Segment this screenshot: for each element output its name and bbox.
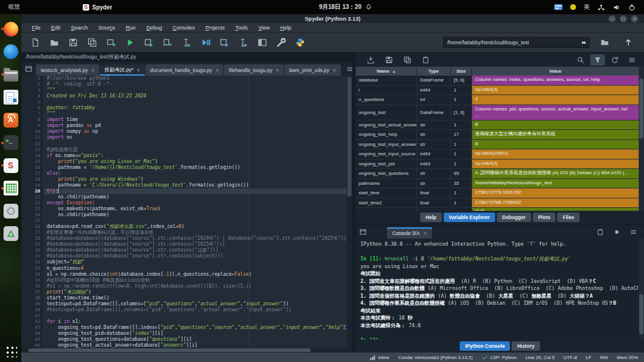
menu-tools[interactable]: Tools [230, 25, 252, 31]
refresh-variables-button[interactable] [607, 54, 622, 66]
minimize-button[interactable]: – [609, 15, 616, 22]
tab-close-icon[interactable]: × [92, 67, 95, 73]
conda-env-status[interactable]: Conda: miniconda3 (Python 3.13.2) [398, 355, 473, 360]
dock-libreoffice-calc[interactable] [2, 181, 19, 196]
console-tab-close-icon[interactable]: × [424, 230, 427, 236]
variable-row[interactable]: n_questionsint14 [356, 95, 639, 105]
run-cell-advance-button[interactable] [158, 35, 177, 50]
dock-libreoffice-writer[interactable] [2, 90, 19, 105]
input-language[interactable]: 英 [584, 3, 590, 11]
variable-row[interactable]: ongoing_test_input_answerstr1B [356, 140, 639, 150]
volume[interactable] [613, 4, 620, 11]
pane-tab-files[interactable]: Files [557, 213, 579, 222]
menu-edit[interactable]: Edit [47, 25, 66, 31]
run-cell-button[interactable] [139, 35, 158, 50]
tab-close-icon[interactable]: × [216, 67, 219, 73]
open-file-button[interactable] [45, 35, 64, 50]
debug-cell-button[interactable] [215, 35, 234, 50]
editor-horizontal-scrollbar[interactable] [21, 348, 352, 353]
cursor-position-status[interactable]: Line 20, Col 5 [525, 355, 554, 360]
options-menu-button[interactable] [625, 54, 639, 66]
console-options-menu-button[interactable] [626, 227, 640, 237]
browse-directory-button[interactable] [596, 35, 614, 49]
filter-variables-button[interactable] [590, 54, 605, 66]
notification-dot[interactable] [570, 4, 576, 10]
close-button[interactable]: × [631, 15, 638, 22]
variable-row[interactable]: pathnamestr35/home/fattabby/Nextcloud/to… [356, 179, 639, 189]
network[interactable] [597, 4, 605, 11]
interrupt-kernel-button[interactable] [610, 227, 624, 237]
variable-row[interactable]: subjectstr2投顧 [356, 208, 639, 211]
menu-run[interactable]: Run [121, 25, 141, 31]
debug-selection-button[interactable] [234, 35, 253, 50]
tab-close-icon[interactable]: × [137, 67, 140, 73]
dock-disk-image[interactable] [2, 203, 19, 218]
dock-files[interactable] [2, 67, 19, 82]
variable-row[interactable]: ongoing_test_helpstr17後兩種是大型主機內建的專有作業系統 [356, 130, 639, 140]
code-editor[interactable]: 1234567891011121314151617181920212223242… [21, 76, 352, 348]
dock-terminal[interactable]: >_ [2, 135, 19, 151]
editor-tab[interactable]: 投顧考試.py*× [100, 64, 145, 76]
preferences-button[interactable] [272, 35, 291, 50]
menu-projects[interactable]: Projects [201, 25, 230, 31]
search-variables-button[interactable] [573, 54, 588, 66]
paste-data-button[interactable] [417, 54, 435, 66]
maximize-button[interactable]: □ [620, 15, 627, 22]
run-file-button[interactable] [121, 35, 139, 50]
keyboard-indicator[interactable] [554, 4, 562, 10]
power[interactable] [628, 4, 636, 11]
console-body[interactable]: IPython 8.30.0 -- An enhanced Interactiv… [356, 239, 644, 340]
menu-search[interactable]: Search [66, 25, 93, 31]
editor-vertical-scrollbar[interactable] [347, 76, 352, 348]
column-header-type[interactable]: Type [417, 67, 451, 76]
encoding-status[interactable]: UTF-8 [564, 355, 577, 360]
menu-source[interactable]: Source [94, 25, 121, 31]
variable-row[interactable]: iint641np.int64(3) [356, 86, 639, 96]
save-data-button[interactable] [380, 54, 398, 66]
pane-tab-variable-explorer[interactable]: Variable Explorer [444, 213, 495, 222]
dock-firefox[interactable] [2, 21, 19, 37]
variable-row[interactable]: ongoing_testDataFrame[1, 6]Column names:… [356, 105, 639, 120]
dock-thunderbird[interactable] [2, 44, 19, 60]
window-titlebar[interactable]: Spyder (Python 3.13) –□× [21, 14, 644, 23]
memory-status[interactable]: Mem 20% [617, 355, 638, 360]
clock[interactable]: 9月18日 13：20 [319, 0, 372, 14]
editor-tab[interactable]: laws_print_ods.py× [284, 64, 340, 76]
console-tab[interactable]: Console 3/A × [387, 227, 432, 239]
variable-row[interactable]: start_time2float11758172788.7758932 [356, 198, 639, 208]
tab-close-icon[interactable]: × [276, 67, 279, 73]
import-data-button[interactable] [362, 54, 380, 66]
dock-software-store[interactable]: A [2, 112, 19, 128]
run-selection-button[interactable] [177, 35, 196, 50]
pane-tab-history[interactable]: History [512, 341, 539, 351]
variable-row[interactable]: start_timefloat11758172778.1031792 [356, 188, 639, 198]
pane-tab-plots[interactable]: Plots [533, 213, 556, 222]
column-header-size[interactable]: Size [451, 67, 472, 76]
pane-tab-ipython-console[interactable]: IPython Console [460, 341, 510, 351]
create-cell-button[interactable] [102, 35, 121, 50]
dock-spyder[interactable]: S [2, 158, 19, 173]
console-scrollbar[interactable] [639, 239, 644, 340]
editor-tab[interactable]: filehandle_tougu.py× [224, 64, 284, 76]
save-data-as-button[interactable] [398, 54, 417, 66]
eol-status[interactable]: LF [586, 355, 591, 360]
variable-row[interactable]: ongoing_test_questionsstr654. 請問哪種作業系統是自… [356, 169, 639, 179]
menu-debug[interactable]: Debug [142, 25, 167, 31]
plots-backend-status[interactable]: Inline [369, 354, 389, 361]
variable-table-scrollbar[interactable] [639, 67, 644, 211]
menu-file[interactable]: File [27, 25, 45, 31]
variable-row[interactable]: ongoing_test_actual_answerstr1B [356, 120, 639, 131]
variable-row[interactable]: ongoing_test_input_sourceint641np.int64(… [356, 149, 639, 159]
copy-console-button[interactable] [593, 227, 607, 237]
save-file-button[interactable] [64, 35, 83, 50]
menu-view[interactable]: View [253, 25, 274, 31]
show-applications-button[interactable] [5, 345, 17, 357]
column-header-name[interactable]: Name▲ [356, 67, 417, 76]
menu-help[interactable]: Help [276, 25, 297, 31]
lsp-status-status[interactable]: LSP: Python [482, 354, 516, 361]
new-file-button[interactable] [26, 35, 45, 50]
permissions-status[interactable]: RW [600, 355, 608, 360]
dock-trash[interactable] [2, 226, 19, 242]
variable-row[interactable]: databaseDataFrame[5, 6]Column names: ind… [356, 76, 639, 86]
parent-directory-button[interactable] [620, 36, 637, 48]
